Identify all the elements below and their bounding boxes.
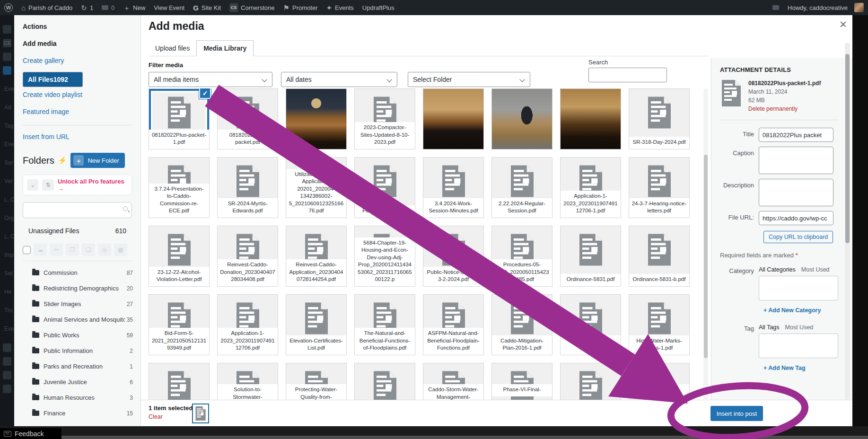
media-item-document[interactable]: Phase-VI-Final-: [491, 363, 552, 400]
admin-menu-icon[interactable]: [3, 343, 11, 352]
media-item-document[interactable]: 2.22.2024-Regular-Session.pdf: [491, 157, 552, 218]
folder-item[interactable]: Finance15: [23, 405, 136, 421]
insert-into-post-button[interactable]: Insert into post: [710, 406, 763, 421]
admin-menu-icon[interactable]: [3, 371, 11, 379]
folder-item[interactable]: Public Information2: [23, 343, 136, 359]
events-link[interactable]: ✦ Events: [322, 0, 358, 15]
date-filter-select[interactable]: All dates: [281, 72, 397, 87]
media-item-photo[interactable]: [491, 88, 552, 149]
admin-menu-item[interactable]: Org: [0, 209, 14, 228]
media-item-document[interactable]: SR-318-Day-2024.pdf: [629, 88, 690, 149]
admin-menu-item[interactable]: Ser: [0, 154, 14, 172]
media-item-document[interactable]: Report_Phase: [629, 363, 690, 400]
admin-menu-icon[interactable]: [3, 53, 11, 61]
folder-item[interactable]: Commission87: [23, 265, 136, 281]
grid-scrollbar[interactable]: [703, 88, 708, 400]
folder-item[interactable]: Juvenile Justice6: [23, 374, 136, 390]
media-item-document[interactable]: Procedures-05-2020_202005011542315485.pd…: [491, 226, 552, 287]
admin-menu-item[interactable]: Eve: [0, 135, 14, 154]
admin-menu-icon[interactable]: [3, 357, 11, 366]
admin-menu-icon[interactable]: [3, 25, 11, 34]
admin-menu-item[interactable]: He: [0, 283, 14, 301]
site-kit-link[interactable]: G Site Kit: [189, 0, 225, 15]
tab-all-categories[interactable]: All Categories: [759, 266, 796, 273]
search-input[interactable]: [588, 68, 667, 82]
media-item-document[interactable]: Reinvest-Caddo-Application_2023040407281…: [286, 226, 347, 287]
admin-menu-item[interactable]: Ad: [0, 98, 14, 117]
folder-item[interactable]: Human Resources3: [23, 390, 136, 405]
media-item-photo[interactable]: [423, 88, 484, 149]
media-item-document[interactable]: 3.4.2024-Work-Session-Minutes.pdf: [423, 157, 484, 218]
media-item-document[interactable]: 08182022Plus-packet-1.pdf✓: [149, 88, 210, 149]
media-item-document[interactable]: Application-1-2023_202301190749112706-1.…: [560, 157, 621, 218]
media-item-document[interactable]: 3.7.24-Presentation-to-Caddo-Commission-…: [149, 157, 210, 218]
media-item-document[interactable]: Ordinance-5831-b.pdf: [629, 226, 690, 287]
cut-icon[interactable]: ✂: [50, 244, 63, 256]
media-item-document[interactable]: Solution-to-Stormwater-: [217, 363, 278, 400]
media-item-document[interactable]: Public-Notice-336-for-3-2-2024.pdf: [423, 226, 484, 287]
admin-menu-item[interactable]: Tro: [0, 301, 14, 320]
media-item-document[interactable]: Fee-Schedule-.pdf: [354, 157, 415, 218]
category-list-box[interactable]: [759, 276, 838, 300]
media-item-document[interactable]: High-Water-Marks-Maps-1.pdf: [629, 294, 690, 355]
selected-check-icon[interactable]: ✓: [199, 88, 211, 99]
trash-icon[interactable]: ▦: [114, 244, 127, 256]
copy-url-button[interactable]: Copy URL to clipboard: [763, 231, 833, 243]
title-field[interactable]: [759, 128, 833, 142]
media-item-document[interactable]: 5684-Chapter-19-Housing-and-Econ-Dev-usi…: [354, 226, 415, 287]
admin-menu-item[interactable]: Eve: [0, 80, 14, 98]
media-item-document[interactable]: Protecting-Water-Quality-from-: [286, 363, 347, 400]
folder-filter-select[interactable]: Select Folder: [408, 72, 530, 87]
media-item-document[interactable]: Elevation-Certificates-List.pdf: [286, 294, 347, 355]
sidebar-item-create-gallery[interactable]: Create gallery: [23, 57, 140, 64]
tab-most-used-tags[interactable]: Most Used: [785, 324, 814, 331]
admin-menu-item[interactable]: Tag: [0, 117, 14, 135]
file-url-field[interactable]: [759, 211, 833, 225]
account-menu[interactable]: Howdy, caddocreative: [783, 0, 868, 15]
media-item-document[interactable]: [560, 363, 621, 400]
site-name-link[interactable]: ⌂ Parish of Caddo: [17, 0, 77, 15]
admin-menu-item[interactable]: Imp: [0, 246, 14, 264]
delete-permanently-link[interactable]: Delete permanently: [748, 105, 821, 113]
media-item-document[interactable]: [149, 363, 210, 400]
admin-menu-icon[interactable]: [3, 385, 11, 393]
admin-menu-item[interactable]: L, C: [0, 228, 14, 246]
chevron-down-icon[interactable]: ⌄: [27, 179, 38, 191]
description-field[interactable]: [759, 179, 833, 206]
folder-search-input[interactable]: [23, 202, 132, 218]
sidebar-item-insert-from-url[interactable]: Insert from URL: [23, 133, 140, 140]
updates-link[interactable]: ↻ 1: [77, 0, 97, 15]
admin-menu-item[interactable]: Eve: [0, 320, 14, 338]
sidebar-item-featured-image[interactable]: Featured image: [23, 108, 140, 115]
sidebar-item-add-media[interactable]: Add media: [23, 40, 140, 47]
modal-scrollbar-thumb[interactable]: [845, 54, 850, 243]
media-item-document[interactable]: The-Natural-and-Beneficial-Functions-of-…: [354, 294, 415, 355]
media-item-document[interactable]: New-Interactive-Maps.pdf: [560, 294, 621, 355]
media-item-photo[interactable]: [560, 88, 621, 149]
modal-scrollbar[interactable]: [845, 43, 850, 400]
media-item-document[interactable]: 08182022Plus-packet.pdf: [217, 88, 278, 149]
media-item-document[interactable]: Ordinance-5831.pdf: [560, 226, 621, 287]
admin-menu-item[interactable]: Ver: [0, 172, 14, 191]
unlock-pro-link[interactable]: Unlock all Pro features →: [58, 178, 128, 192]
folder-all-files[interactable]: All Files 1092: [23, 72, 83, 87]
folder-item[interactable]: Redistricting Demographics20: [23, 281, 136, 296]
media-item-document[interactable]: Application-1-2023_202301190749112706.pd…: [217, 294, 278, 355]
grid-scrollbar-thumb[interactable]: [704, 155, 708, 358]
lock-icon[interactable]: ◎: [98, 244, 111, 256]
tab-media-library[interactable]: Media Library: [196, 40, 254, 56]
media-item-document[interactable]: 23-12-22-Alcohol-Violation-Letter.pdf: [149, 226, 210, 287]
new-content-link[interactable]: ＋ New: [119, 0, 149, 15]
comments-link[interactable]: 0: [97, 0, 119, 15]
folder-item[interactable]: Parks and Recreation1: [23, 359, 136, 374]
add-new-tag-link[interactable]: + Add New Tag: [763, 365, 838, 371]
admin-menu-item[interactable]: L, C: [0, 191, 14, 209]
folder-unassigned-files[interactable]: Unassigned Files 610: [23, 223, 132, 239]
cornerstone-link[interactable]: CS Cornerstone: [225, 0, 279, 15]
tag-list-box[interactable]: [759, 334, 838, 358]
sidebar-item-create-video-playlist[interactable]: Create video playlist: [23, 91, 140, 98]
media-item-document[interactable]: ASFPM-Natural-and-Beneficial-Floodplain-…: [423, 294, 484, 355]
feedback-button[interactable]: Feedback: [0, 428, 61, 439]
media-item-photo[interactable]: [286, 88, 347, 149]
promoter-link[interactable]: ⚑ Promoter: [279, 0, 322, 15]
